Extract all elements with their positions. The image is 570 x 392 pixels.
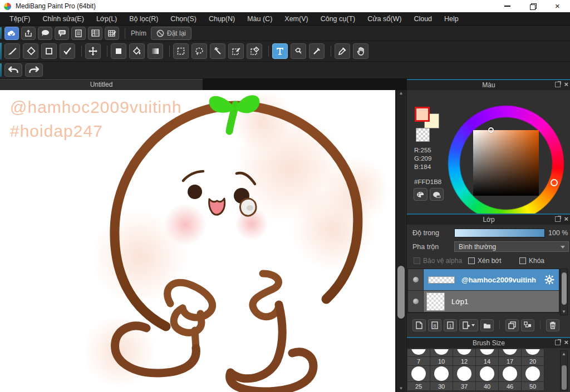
layer-row[interactable]: Lớp1 [408,291,559,312]
duplicate-layer-button[interactable] [505,319,519,331]
scrollbar-thumb[interactable] [397,266,405,319]
close-button[interactable]: × [545,0,570,12]
menu-lop[interactable]: Lớp(L) [90,12,123,26]
sv-selector[interactable] [488,127,494,133]
brush-panel-scrollbar[interactable]: ▲ [560,350,568,391]
brush-size-label[interactable]: 30 [430,382,453,391]
tab-untitled[interactable]: Untitled [0,79,203,90]
fill-rect-tool-button[interactable] [111,43,126,59]
menu-xem[interactable]: Xem(V) [278,12,314,26]
scrollbar-thumb[interactable] [562,272,567,305]
menu-cloud[interactable]: Cloud [407,12,438,26]
close-panel-icon[interactable]: × [564,82,568,87]
grid-edit-button[interactable] [105,27,119,40]
brush-size-label[interactable]: 14 [476,357,499,366]
brush-size-cell[interactable] [522,349,544,357]
polyline-tool-button[interactable] [60,43,75,59]
drawing-canvas[interactable]: @hamhoc2009vuitinh #hoidap247 [0,90,395,392]
menu-mau[interactable]: Màu (C) [241,12,278,26]
menu-cua-so[interactable]: Cửa sổ(W) [361,12,407,26]
brush-size-label[interactable]: 20 [522,357,544,366]
select-eraser-tool-button[interactable] [247,43,262,59]
brush-size-cell[interactable] [453,366,476,382]
brush-size-label[interactable]: 7 [407,357,430,366]
divide-tool-button[interactable] [309,43,325,59]
foreground-color-swatch[interactable] [415,107,430,122]
brush-tool-button[interactable] [4,43,20,59]
layer-folder-button[interactable] [480,319,494,331]
operation-tool-button[interactable] [291,43,306,59]
visibility-toggle[interactable] [408,291,424,312]
brush-size-cell[interactable] [407,349,430,357]
lasso-tool-button[interactable] [191,43,207,59]
gradient-tool-button[interactable] [148,43,163,59]
menu-tep[interactable]: Tệp(F) [3,12,37,26]
magic-wand-tool-button[interactable] [210,43,225,59]
brush-size-label[interactable]: 17 [499,357,522,366]
scroll-down-icon[interactable]: ▼ [396,385,406,392]
brush-size-cell[interactable] [476,349,499,357]
brush-size-cell[interactable] [499,349,522,357]
lock-checkbox[interactable]: Khóa [519,257,544,265]
brush-size-cell[interactable] [430,366,453,382]
scroll-up-icon[interactable]: ▲ [396,90,406,97]
layer-row-selected[interactable]: @hamhoc2009vuitinh [408,269,559,291]
brush-size-label[interactable]: 25 [407,382,430,391]
layer-settings-gear-icon[interactable] [544,275,554,285]
protect-alpha-checkbox[interactable]: Bảo vệ alpha [414,257,462,265]
eraser-tool-button[interactable] [23,43,38,59]
document-button[interactable] [71,27,86,40]
hand-tool-button[interactable] [353,43,368,59]
menu-chon[interactable]: Chọn(S) [164,12,203,26]
blend-dropdown[interactable]: Bình thường [454,241,569,252]
hue-selector[interactable] [551,179,558,186]
popout-icon[interactable] [555,216,561,222]
menu-cong-cu[interactable]: Công cụ(T) [315,12,362,26]
new-layer-button[interactable] [412,319,426,331]
transparent-color-swatch[interactable] [416,128,430,142]
popout-icon[interactable] [555,340,561,345]
palette-button[interactable] [414,188,428,201]
menu-chinh-sua[interactable]: Chỉnh sửa(E) [37,12,90,26]
merge-layer-button[interactable] [521,319,534,331]
scroll-down-icon[interactable]: ▼ [561,309,567,315]
clipping-checkbox[interactable]: Xén bớt [468,257,502,265]
canvas-vertical-scrollbar[interactable]: ▲ ▼ [396,90,405,392]
menu-bo-loc[interactable]: Bộ lọc(R) [123,12,164,26]
brush-size-cell[interactable] [453,349,476,357]
dot-tool-button[interactable] [41,43,57,59]
comment-button[interactable] [38,27,52,40]
saturation-value-square[interactable] [473,130,539,196]
brush-size-label[interactable]: 37 [453,382,476,391]
palette-edit-button[interactable] [430,188,444,201]
scrollbar-thumb[interactable] [562,365,567,390]
opacity-slider[interactable] [454,229,545,237]
brush-size-cell[interactable] [499,366,522,382]
close-panel-icon[interactable]: × [564,216,568,222]
brush-size-cell[interactable] [476,366,499,382]
brush-size-label[interactable]: 12 [453,357,476,366]
add-layer-menu-button[interactable] [459,319,478,331]
visibility-toggle[interactable] [408,269,424,290]
move-tool-button[interactable] [85,43,101,59]
reset-button[interactable]: Đặt lại [151,27,191,40]
cloud-sync-button[interactable] [4,27,19,40]
layer-list-scrollbar[interactable]: ▼ [560,269,568,315]
text-tool-button[interactable] [272,43,288,59]
select-rect-tool-button[interactable] [173,43,189,59]
menu-chup[interactable]: Chụp(N) [203,12,241,26]
grid-clock-button[interactable] [88,27,102,40]
redo-button[interactable] [25,63,43,77]
brush-size-label[interactable]: 40 [476,382,499,391]
restore-button[interactable] [520,0,545,12]
brush-size-label[interactable]: 50 [522,382,544,391]
brush-size-cell[interactable] [522,366,544,382]
delete-layer-button[interactable] [546,319,559,331]
select-pen-tool-button[interactable] [228,43,244,59]
bucket-tool-button[interactable] [129,43,145,59]
export-button[interactable] [21,27,36,40]
popout-icon[interactable] [555,82,561,87]
new-8bit-layer-button[interactable]: 8 [428,319,441,331]
new-1bit-layer-button[interactable]: 1 [444,319,457,331]
eyedropper-tool-button[interactable] [335,43,350,59]
